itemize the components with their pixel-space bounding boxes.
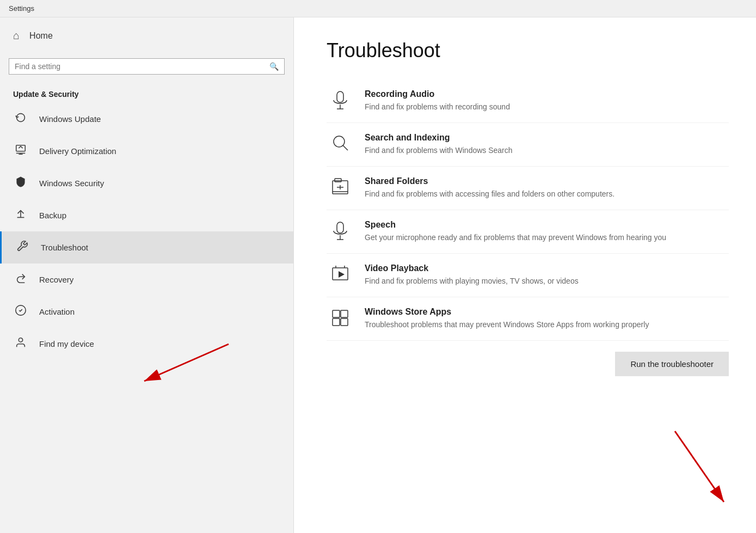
troubleshoot-item-speech: Speech Get your microphone ready and fix…: [327, 210, 729, 254]
troubleshoot-item-video-playback: Video Playback Find and fix problems wit…: [327, 254, 729, 297]
search-indexing-icon: [327, 133, 354, 154]
svg-rect-29: [341, 310, 348, 317]
recovery-icon: [13, 272, 28, 287]
svg-rect-11: [337, 91, 343, 102]
svg-rect-30: [333, 318, 340, 326]
troubleshoot-label: Troubleshoot: [41, 243, 88, 252]
backup-label: Backup: [39, 211, 66, 220]
sidebar-item-recovery[interactable]: Recovery: [0, 264, 293, 296]
search-input[interactable]: [15, 62, 269, 71]
title-bar: Settings: [0, 0, 756, 17]
recovery-label: Recovery: [39, 275, 73, 284]
run-button-container: Run the troubleshooter: [327, 352, 729, 376]
sidebar-item-backup[interactable]: Backup: [0, 199, 293, 231]
svg-line-33: [675, 431, 724, 502]
svg-rect-21: [337, 222, 343, 233]
windows-store-apps-text: Windows Store Apps Troubleshoot problems…: [365, 307, 649, 330]
home-icon: ⌂: [13, 29, 20, 42]
windows-store-apps-label: Windows Store Apps: [365, 307, 649, 317]
windows-update-label: Windows Update: [39, 114, 101, 124]
svg-marker-27: [339, 271, 345, 278]
delivery-optimization-label: Delivery Optimization: [39, 146, 116, 156]
run-troubleshooter-button[interactable]: Run the troubleshooter: [615, 352, 729, 376]
sidebar-item-activation[interactable]: Activation: [0, 296, 293, 328]
sidebar-item-windows-update[interactable]: Windows Update: [0, 103, 293, 135]
delivery-optimization-icon: [13, 144, 28, 158]
speech-text: Speech Get your microphone ready and fix…: [365, 220, 666, 243]
troubleshoot-item-recording-audio: Recording Audio Find and fix problems wi…: [327, 79, 729, 123]
shared-folders-icon: [327, 176, 354, 197]
windows-security-icon: [13, 176, 28, 191]
svg-point-8: [19, 338, 22, 342]
find-my-device-icon: [13, 336, 28, 351]
search-icon: 🔍: [269, 62, 279, 71]
sidebar-item-delivery-optimization[interactable]: Delivery Optimization: [0, 135, 293, 167]
activation-icon: [13, 304, 28, 319]
troubleshoot-item-search-indexing: Search and Indexing Find and fix problem…: [327, 123, 729, 167]
video-playback-label: Video Playback: [365, 264, 579, 273]
speech-label: Speech: [365, 220, 666, 230]
troubleshoot-item-shared-folders: Shared Folders Find and fix problems wit…: [327, 167, 729, 210]
windows-update-icon: [13, 112, 28, 126]
speech-icon: [327, 220, 354, 241]
title-bar-label: Settings: [9, 4, 34, 13]
shared-folders-text: Shared Folders Find and fix problems wit…: [365, 176, 614, 200]
main-layout: ⌂ Home 🔍 Update & Security Windows Updat…: [0, 17, 756, 533]
content-area: Troubleshoot Recording Audio Find and fi…: [294, 17, 756, 533]
recording-audio-description: Find and fix problems with recording sou…: [365, 101, 510, 113]
video-playback-icon: [327, 264, 354, 284]
home-label: Home: [29, 31, 53, 41]
svg-line-15: [343, 145, 348, 150]
sidebar: ⌂ Home 🔍 Update & Security Windows Updat…: [0, 17, 294, 533]
video-playback-description: Find and fix problems with playing movie…: [365, 275, 579, 287]
recording-audio-icon: [327, 89, 354, 110]
find-my-device-label: Find my device: [39, 339, 94, 348]
svg-rect-31: [341, 318, 348, 326]
search-indexing-text: Search and Indexing Find and fix problem…: [365, 133, 513, 156]
recording-audio-label: Recording Audio: [365, 89, 510, 99]
search-indexing-label: Search and Indexing: [365, 133, 513, 143]
recording-audio-text: Recording Audio Find and fix problems wi…: [365, 89, 510, 113]
svg-rect-17: [335, 179, 341, 182]
windows-store-apps-description: Troubleshoot problems that may prevent W…: [365, 319, 649, 330]
sidebar-item-home[interactable]: ⌂ Home: [0, 17, 293, 54]
svg-rect-28: [333, 310, 340, 317]
backup-icon: [13, 208, 28, 223]
search-box-container: 🔍: [0, 54, 293, 83]
page-title: Troubleshoot: [327, 39, 729, 62]
sidebar-item-troubleshoot[interactable]: Troubleshoot: [0, 231, 293, 264]
speech-description: Get your microphone ready and fix proble…: [365, 232, 666, 243]
section-label: Update & Security: [0, 83, 293, 103]
activation-label: Activation: [39, 307, 75, 316]
shared-folders-label: Shared Folders: [365, 176, 614, 186]
search-indexing-description: Find and fix problems with Windows Searc…: [365, 145, 513, 156]
shared-folders-description: Find and fix problems with accessing fil…: [365, 188, 614, 200]
video-playback-text: Video Playback Find and fix problems wit…: [365, 264, 579, 287]
search-box: 🔍: [9, 58, 285, 75]
troubleshoot-icon: [15, 240, 30, 255]
troubleshoot-item-windows-store-apps: Windows Store Apps Troubleshoot problems…: [327, 297, 729, 341]
windows-security-label: Windows Security: [39, 179, 104, 188]
sidebar-item-find-my-device[interactable]: Find my device: [0, 328, 293, 360]
windows-store-apps-icon: [327, 307, 354, 328]
sidebar-item-windows-security[interactable]: Windows Security: [0, 167, 293, 199]
